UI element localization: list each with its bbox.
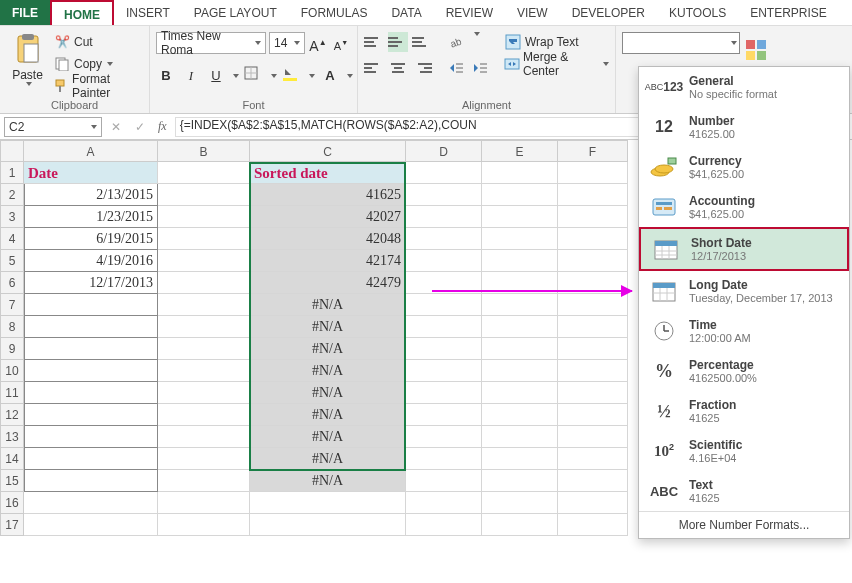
cell[interactable] (24, 360, 158, 382)
wrap-text-button[interactable]: Wrap Text (504, 32, 609, 52)
number-format-select[interactable] (622, 32, 740, 54)
cell[interactable] (406, 514, 482, 536)
font-size-select[interactable]: 14 (269, 32, 305, 54)
cell[interactable]: 4/19/2016 (24, 250, 158, 272)
increase-indent-button[interactable] (472, 58, 492, 78)
cell[interactable] (406, 426, 482, 448)
cell[interactable] (558, 514, 628, 536)
cell[interactable] (24, 294, 158, 316)
row-header[interactable]: 4 (0, 228, 24, 250)
numfmt-long-date[interactable]: Long DateTuesday, December 17, 2013 (639, 271, 849, 311)
cell[interactable] (158, 206, 250, 228)
copy-button[interactable]: Copy (53, 54, 143, 74)
col-header[interactable]: E (482, 140, 558, 162)
cell[interactable] (558, 448, 628, 470)
cell[interactable] (558, 206, 628, 228)
merge-center-button[interactable]: Merge & Center (504, 54, 609, 74)
cell[interactable]: #N/A (250, 294, 406, 316)
numfmt-number[interactable]: 12 Number41625.00 (639, 107, 849, 147)
numfmt-accounting[interactable]: Accounting$41,625.00 (639, 187, 849, 227)
col-header[interactable]: F (558, 140, 628, 162)
cell[interactable] (24, 514, 158, 536)
row-header[interactable]: 3 (0, 206, 24, 228)
align-center-button[interactable] (388, 58, 408, 78)
tab-enterprise[interactable]: ENTERPRISE (738, 0, 839, 25)
cell[interactable]: #N/A (250, 360, 406, 382)
cell[interactable] (158, 382, 250, 404)
cell[interactable]: 6/19/2015 (24, 228, 158, 250)
numfmt-fraction[interactable]: ½ Fraction41625 (639, 391, 849, 431)
cell[interactable] (482, 448, 558, 470)
cell[interactable] (406, 228, 482, 250)
cell[interactable] (406, 338, 482, 360)
cell[interactable] (406, 492, 482, 514)
row-header[interactable]: 7 (0, 294, 24, 316)
font-color-button[interactable]: A (320, 66, 340, 86)
cell[interactable]: #N/A (250, 404, 406, 426)
cell[interactable] (558, 426, 628, 448)
cell[interactable]: 12/17/2013 (24, 272, 158, 294)
fx-icon[interactable]: fx (154, 119, 171, 134)
cell[interactable]: 42174 (250, 250, 406, 272)
align-left-button[interactable] (364, 58, 384, 78)
tab-developer[interactable]: DEVELOPER (560, 0, 657, 25)
shrink-font-button[interactable]: A▼ (331, 33, 351, 53)
cell[interactable] (24, 338, 158, 360)
cell[interactable] (158, 514, 250, 536)
cell[interactable] (158, 162, 250, 184)
cell[interactable] (558, 470, 628, 492)
tab-file[interactable]: FILE (0, 0, 50, 25)
cell[interactable]: #N/A (250, 426, 406, 448)
cell[interactable]: #N/A (250, 382, 406, 404)
cell[interactable] (482, 228, 558, 250)
row-header[interactable]: 1 (0, 162, 24, 184)
numfmt-currency[interactable]: Currency$41,625.00 (639, 147, 849, 187)
cell[interactable] (482, 514, 558, 536)
cell[interactable] (482, 294, 558, 316)
grow-font-button[interactable]: A▲ (308, 33, 328, 53)
select-all-corner[interactable] (0, 140, 24, 162)
cell[interactable] (482, 338, 558, 360)
decrease-indent-button[interactable] (448, 58, 468, 78)
more-number-formats[interactable]: More Number Formats... (639, 511, 849, 538)
cell[interactable] (482, 250, 558, 272)
enter-icon[interactable]: ✓ (130, 120, 150, 134)
underline-button[interactable]: U (206, 66, 226, 86)
cell[interactable]: #N/A (250, 316, 406, 338)
row-header[interactable]: 14 (0, 448, 24, 470)
align-top-button[interactable] (364, 32, 384, 52)
row-header[interactable]: 17 (0, 514, 24, 536)
tab-insert[interactable]: INSERT (114, 0, 182, 25)
cancel-icon[interactable]: ✕ (106, 120, 126, 134)
cell[interactable] (482, 470, 558, 492)
cut-button[interactable]: ✂️ Cut (53, 32, 143, 52)
cell[interactable] (250, 492, 406, 514)
row-header[interactable]: 2 (0, 184, 24, 206)
cell[interactable] (250, 514, 406, 536)
numfmt-short-date[interactable]: Short Date12/17/2013 (639, 227, 849, 271)
cell[interactable] (406, 294, 482, 316)
cell[interactable] (24, 316, 158, 338)
numfmt-general[interactable]: ABC123 GeneralNo specific format (639, 67, 849, 107)
cell[interactable] (158, 184, 250, 206)
cell[interactable] (406, 382, 482, 404)
cell[interactable]: 42479 (250, 272, 406, 294)
cell[interactable] (24, 426, 158, 448)
cell[interactable] (158, 360, 250, 382)
cell[interactable]: 41625 (250, 184, 406, 206)
cell[interactable] (158, 426, 250, 448)
font-name-select[interactable]: Times New Roma (156, 32, 266, 54)
tab-formulas[interactable]: FORMULAS (289, 0, 380, 25)
cell[interactable] (558, 294, 628, 316)
cell[interactable] (158, 470, 250, 492)
tab-kutools[interactable]: KUTOOLS (657, 0, 738, 25)
row-header[interactable]: 10 (0, 360, 24, 382)
align-right-button[interactable] (412, 58, 432, 78)
cell[interactable] (482, 184, 558, 206)
cell[interactable] (24, 448, 158, 470)
cell[interactable] (24, 492, 158, 514)
cell[interactable] (558, 360, 628, 382)
cell[interactable] (406, 404, 482, 426)
numfmt-text[interactable]: ABC Text41625 (639, 471, 849, 511)
tab-data[interactable]: DATA (379, 0, 433, 25)
